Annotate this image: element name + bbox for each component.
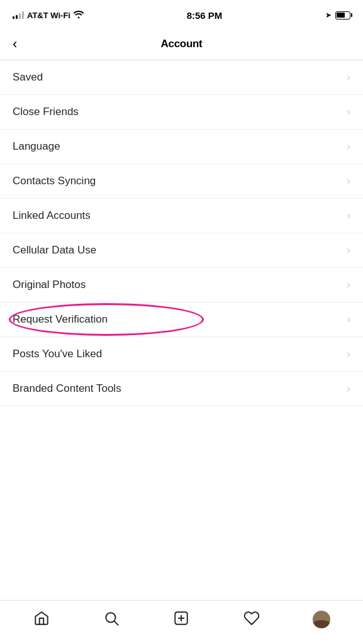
menu-item-label: Posts You've Liked bbox=[13, 348, 102, 360]
avatar bbox=[313, 611, 330, 628]
status-time: 8:56 PM bbox=[187, 10, 223, 21]
menu-item-cellular-data-use[interactable]: Cellular Data Use › bbox=[0, 233, 363, 268]
location-icon: ➤ bbox=[325, 11, 332, 19]
chevron-right-icon: › bbox=[347, 106, 350, 118]
battery-icon bbox=[335, 11, 350, 19]
chevron-right-icon: › bbox=[347, 209, 350, 222]
chevron-right-icon: › bbox=[347, 244, 350, 257]
page-title: Account bbox=[161, 38, 203, 50]
back-button[interactable]: ‹ bbox=[13, 37, 17, 51]
nav-item-new-post[interactable] bbox=[165, 606, 197, 633]
menu-item-linked-accounts[interactable]: Linked Accounts › bbox=[0, 199, 363, 233]
nav-item-profile[interactable] bbox=[306, 606, 337, 633]
menu-item-label: Language bbox=[13, 140, 60, 153]
nav-header: ‹ Account bbox=[0, 28, 363, 60]
menu-list: Saved › Close Friends › Language › Conta… bbox=[0, 60, 363, 406]
chevron-right-icon: › bbox=[347, 313, 350, 326]
menu-item-label: Linked Accounts bbox=[13, 209, 91, 222]
status-right: ➤ bbox=[325, 11, 350, 19]
status-left: AT&T Wi-Fi bbox=[13, 10, 84, 20]
menu-item-label: Cellular Data Use bbox=[13, 244, 96, 257]
menu-item-label: Close Friends bbox=[13, 106, 79, 118]
nav-item-search[interactable] bbox=[96, 606, 127, 633]
wifi-icon bbox=[74, 10, 84, 20]
profile-dot bbox=[327, 625, 330, 628]
menu-item-branded-content-tools[interactable]: Branded Content Tools › bbox=[0, 372, 363, 406]
chevron-right-icon: › bbox=[347, 382, 350, 395]
chevron-right-icon: › bbox=[347, 71, 350, 84]
svg-line-1 bbox=[114, 621, 118, 625]
chevron-right-icon: › bbox=[347, 175, 350, 187]
heart-icon bbox=[243, 610, 260, 629]
new-post-icon bbox=[173, 610, 189, 629]
menu-item-label: Original Photos bbox=[13, 279, 86, 291]
home-icon bbox=[33, 610, 50, 629]
chevron-right-icon: › bbox=[347, 140, 350, 153]
search-icon bbox=[103, 610, 120, 629]
menu-item-original-photos[interactable]: Original Photos › bbox=[0, 268, 363, 303]
signal-bars-icon bbox=[13, 11, 24, 19]
bottom-nav bbox=[0, 600, 363, 644]
menu-item-language[interactable]: Language › bbox=[0, 130, 363, 164]
menu-item-close-friends[interactable]: Close Friends › bbox=[0, 95, 363, 130]
nav-item-activity[interactable] bbox=[236, 606, 267, 633]
status-bar: AT&T Wi-Fi 8:56 PM ➤ bbox=[0, 0, 363, 28]
menu-item-label: Contacts Syncing bbox=[13, 175, 96, 187]
chevron-right-icon: › bbox=[347, 279, 350, 291]
menu-item-saved[interactable]: Saved › bbox=[0, 60, 363, 95]
carrier-label: AT&T Wi-Fi bbox=[27, 11, 70, 20]
menu-item-label: Request Verification bbox=[13, 313, 108, 326]
menu-item-label: Saved bbox=[13, 71, 43, 84]
menu-item-request-verification[interactable]: Request Verification › bbox=[0, 303, 363, 337]
nav-item-home[interactable] bbox=[26, 606, 57, 633]
menu-item-posts-youve-liked[interactable]: Posts You've Liked › bbox=[0, 337, 363, 372]
menu-item-contacts-syncing[interactable]: Contacts Syncing › bbox=[0, 164, 363, 199]
chevron-right-icon: › bbox=[347, 348, 350, 360]
menu-item-label: Branded Content Tools bbox=[13, 382, 121, 395]
